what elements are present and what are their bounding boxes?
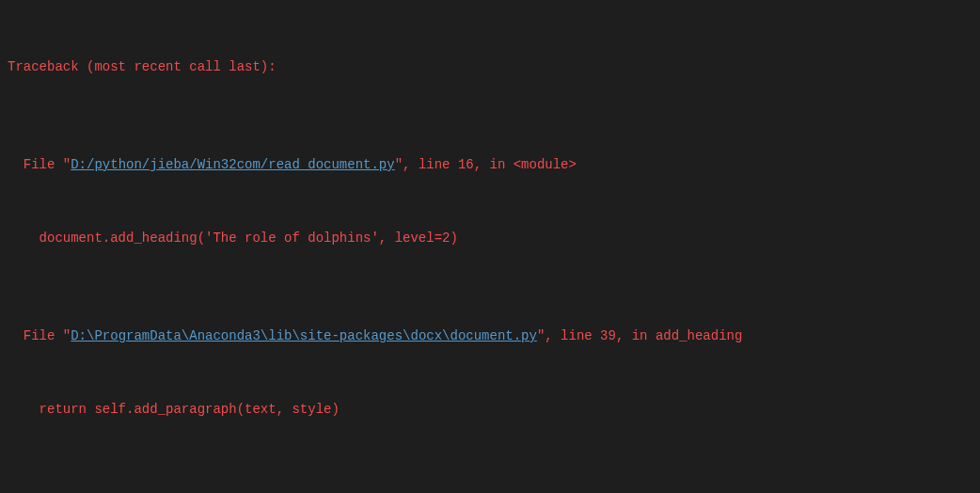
- file-suffix: ", line 16, in <module>: [395, 157, 577, 172]
- code-line: return self.add_paragraph(text, style): [0, 397, 980, 421]
- traceback-output: Traceback (most recent call last): File …: [0, 6, 980, 493]
- file-path-link[interactable]: D:/python/jieba/Win32com/read document.p…: [71, 157, 394, 172]
- file-prefix: File ": [8, 328, 71, 343]
- file-suffix: ", line 39, in add_heading: [537, 328, 742, 343]
- code-line: document.add_heading('The role of dolphi…: [0, 226, 980, 250]
- traceback-frame: File "D:/python/jieba/Win32com/read docu…: [0, 152, 980, 177]
- traceback-header: Traceback (most recent call last):: [0, 55, 980, 79]
- file-prefix: File ": [8, 157, 71, 172]
- file-path-link[interactable]: D:\ProgramData\Anaconda3\lib\site-packag…: [71, 328, 537, 343]
- traceback-frame: File "D:\ProgramData\Anaconda3\lib\site-…: [0, 324, 980, 348]
